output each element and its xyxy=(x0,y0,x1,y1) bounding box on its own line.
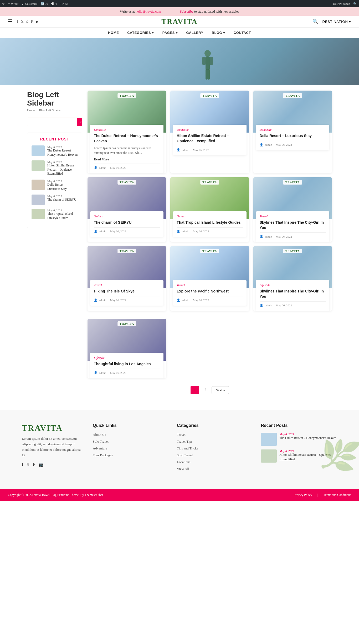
nav-gallery[interactable]: GALLERY xyxy=(186,31,203,35)
card-date: May 06, 2022 xyxy=(193,230,209,233)
footer-cat-view-all[interactable]: View All xyxy=(177,467,189,471)
table-row[interactable]: TRAVITA Lifestyle Thoughtful living in L… xyxy=(88,319,166,378)
footer-cat-tips-tricks[interactable]: Tips and Tricks xyxy=(177,446,198,450)
card-logo-overlay: TRAVITA xyxy=(283,93,302,98)
card-date: May 06, 2022 xyxy=(193,148,209,151)
hero-banner xyxy=(0,38,359,85)
search-input[interactable] xyxy=(27,118,77,126)
notice-bar: Write us at hello@travtia.com Subscribe … xyxy=(0,7,359,16)
list-item[interactable]: May 6, 2022 The Dukes Retreat – Honeymoo… xyxy=(32,145,78,157)
footer-cat-travel[interactable]: Travel xyxy=(177,433,186,437)
svg-point-0 xyxy=(204,50,211,56)
card-logo-overlay: TRAVITA xyxy=(200,180,219,185)
recent-post-info: May 6, 2022 The Dukes Retreat – Honeymoo… xyxy=(47,145,78,157)
card-category: Lifestyle xyxy=(260,283,326,287)
site-logo[interactable]: Travita xyxy=(161,17,197,26)
card-title: Skylines That Inspire The City-Girl In Y… xyxy=(260,289,326,299)
footer-links-separator: | xyxy=(317,493,318,497)
list-item[interactable]: May 6, 2022 That Tropical Island Lifesty… xyxy=(32,209,78,220)
footer-logo[interactable]: Travita xyxy=(22,423,85,433)
footer-twitter-icon[interactable]: 𝕏 xyxy=(26,462,30,467)
pagination-page-2[interactable]: 2 xyxy=(201,386,209,394)
recent-post-info: May 6, 2022 Della Resort – Luxurious Sta… xyxy=(47,180,78,191)
footer-cat-solo[interactable]: Solo Travel xyxy=(177,453,193,457)
page-title-area: Blog Left Sidebar Home › Blog Left Sideb… xyxy=(27,91,82,112)
table-row[interactable]: TRAVITA Travel Hiking The Isle Of Skye 👤… xyxy=(88,246,166,311)
footer-pinterest-icon[interactable]: P xyxy=(33,462,35,467)
footer-privacy-link[interactable]: Privacy Policy xyxy=(294,493,312,497)
footer-facebook-icon[interactable]: f xyxy=(22,462,23,467)
svg-rect-1 xyxy=(206,56,210,70)
list-item[interactable]: May 6, 2022 Hilton Shillim Estate Retrea… xyxy=(32,160,78,176)
author-icon: 👤 xyxy=(177,148,180,151)
admin-search-icon[interactable]: 🔍 xyxy=(353,2,357,6)
table-row[interactable]: TRAVITA Domestic The Dukes Retreat – Hon… xyxy=(88,91,166,173)
hamburger-menu-icon[interactable]: ☰ xyxy=(8,18,13,25)
youtube-icon[interactable]: ▶ xyxy=(36,19,39,24)
new-post-btn[interactable]: + New xyxy=(60,2,68,5)
recent-posts-title: Recent Post xyxy=(32,137,78,141)
footer-terms-link[interactable]: Terms and Conditions xyxy=(323,493,351,497)
twitter-icon[interactable]: 𝕏 xyxy=(21,19,24,24)
subscribe-link[interactable]: Subscribe xyxy=(180,9,193,13)
breadcrumb-home[interactable]: Home xyxy=(27,108,35,112)
blog-grid-row2: TRAVITA Lifestyle Thoughtful living in L… xyxy=(88,319,332,378)
author-icon: 👤 xyxy=(177,299,180,302)
footer-top: Travita Lorem ipsum dolor sit amet, cons… xyxy=(22,423,337,484)
footer-link-solo[interactable]: Solo Travel xyxy=(93,439,109,443)
card-meta: 👤 admin | May 06, 2022 xyxy=(177,227,243,233)
table-row[interactable]: TRAVITA Guides That Tropical Island Life… xyxy=(170,177,249,242)
card-logo-overlay: TRAVITA xyxy=(117,249,136,253)
nav-categories[interactable]: CATEGORIES ▾ xyxy=(127,31,154,35)
card-category: Guides xyxy=(177,214,243,218)
notice-email-link[interactable]: hello@travtia.com xyxy=(136,9,161,13)
footer-link-tour[interactable]: Tour Packages xyxy=(93,453,113,457)
search-button[interactable]: Search xyxy=(77,118,82,126)
pinterest-icon[interactable]: P xyxy=(31,19,33,24)
card-logo-overlay: TRAVITA xyxy=(117,180,136,185)
customize-link[interactable]: 🖌 Customize xyxy=(22,2,38,5)
nav-blog[interactable]: BLOG ▾ xyxy=(212,31,225,35)
card-body: Lifestyle Thoughtful living in Los Angel… xyxy=(90,353,163,378)
recent-post-info: May 6, 2022 Hilton Shillim Estate Retrea… xyxy=(47,160,78,176)
recent-post-title-text: The Dukes Retreat – Honeymooner's Heaven xyxy=(47,149,78,157)
pagination-page-1[interactable]: 1 xyxy=(191,386,199,394)
table-row[interactable]: TRAVITA Domestic Della Resort – Luxuriou… xyxy=(253,91,332,173)
table-row[interactable]: TRAVITA Travel Explore the Pacific North… xyxy=(170,246,249,311)
footer-link-adventure[interactable]: Adventure xyxy=(93,446,107,450)
nav-contact[interactable]: CONTACT xyxy=(234,31,251,35)
table-row[interactable]: TRAVITA Travel Skylines That Inspire The… xyxy=(253,177,332,242)
footer-instagram-icon[interactable]: 📷 xyxy=(38,462,44,467)
destination-button[interactable]: DESTINATION ▾ xyxy=(322,20,351,24)
card-date: May 06, 2022 xyxy=(276,304,292,307)
edit-count[interactable]: 🔄 10 xyxy=(41,2,48,6)
svg-rect-3 xyxy=(210,57,213,65)
author-icon: 👤 xyxy=(94,166,98,169)
writer-icon[interactable]: ✏ Writer xyxy=(8,2,18,6)
card-logo-overlay: TRAVITA xyxy=(117,93,136,98)
read-more-link[interactable]: Read More xyxy=(94,158,109,161)
table-row[interactable]: TRAVITA Domestic Hilton Shillim Estate R… xyxy=(170,91,249,173)
list-item[interactable]: May 6, 2022 Della Resort – Luxurious Sta… xyxy=(32,180,78,191)
main-nav: HOME CATEGORIES ▾ PAGES ▾ GALLERY BLOG ▾… xyxy=(0,28,359,38)
instagram-icon[interactable]: ⌂ xyxy=(26,19,28,24)
notice-subscribe-text xyxy=(162,9,179,13)
nav-home[interactable]: HOME xyxy=(108,31,119,35)
comments-count[interactable]: 💬 0 xyxy=(51,2,57,6)
footer-social-icons: f 𝕏 P 📷 xyxy=(22,462,85,467)
footer-recent-thumbnail xyxy=(261,449,277,463)
pagination-next-button[interactable]: Next » xyxy=(212,386,229,394)
nav-pages[interactable]: PAGES ▾ xyxy=(162,31,178,35)
footer-cat-locations[interactable]: Locations xyxy=(177,460,190,464)
wp-logo-icon[interactable]: ⚙ xyxy=(2,2,5,6)
card-category: Travel xyxy=(260,214,326,218)
header-search-icon[interactable]: 🔍 xyxy=(312,19,318,24)
table-row[interactable]: TRAVITA Guides The charm of SEIRYU 👤 adm… xyxy=(88,177,166,242)
recent-post-title-text: The charm of SEIRYU xyxy=(47,198,78,202)
facebook-icon[interactable]: f xyxy=(17,19,18,24)
table-row[interactable]: TRAVITA Lifestyle Skylines That Inspire … xyxy=(253,246,332,311)
footer-cat-travel-tips[interactable]: Travel Tips xyxy=(177,439,192,443)
recent-post-thumbnail xyxy=(32,195,45,205)
footer-link-about[interactable]: About Us xyxy=(93,433,106,437)
list-item[interactable]: May 6, 2022 The charm of SEIRYU xyxy=(32,195,78,205)
